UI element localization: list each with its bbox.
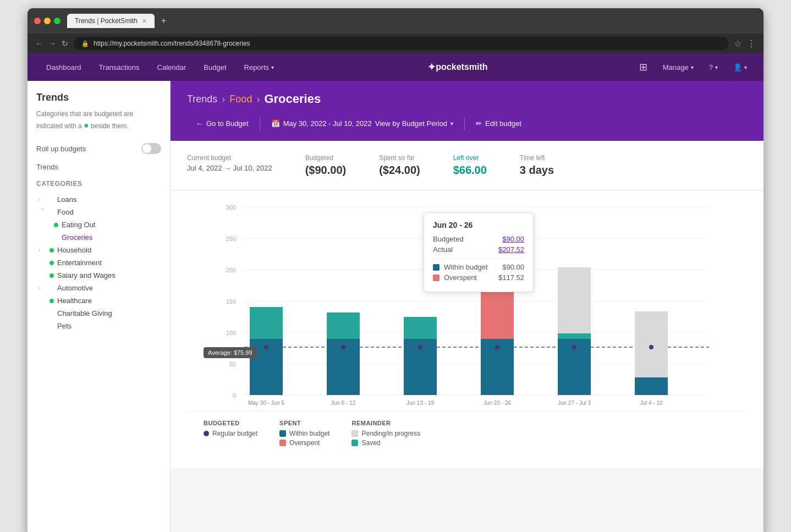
current-budget-item: Current budget Jul 4, 2022 → Jul 10, 202… — [187, 154, 272, 173]
manage-dropdown-icon: ▾ — [691, 64, 694, 70]
time-left-item: Time left 3 days — [520, 154, 554, 177]
within-budget-box — [433, 264, 440, 271]
sidebar-item-entertainment[interactable]: › Entertainment — [36, 256, 161, 269]
app-nav: Dashboard Transactions Calendar Budget R… — [28, 53, 763, 81]
traffic-lights — [34, 18, 61, 24]
sidebar-item-salary-wages[interactable]: › Salary and Wages — [36, 269, 161, 282]
notifications-button[interactable]: ⊞ — [634, 58, 653, 76]
url-bar[interactable]: 🔒 https://my.pocketsmith.com/trends/9348… — [74, 37, 728, 50]
within-budget-legend-box — [279, 430, 286, 437]
svg-text:Jul 4 - 10: Jul 4 - 10 — [640, 400, 663, 406]
roll-up-toggle[interactable] — [141, 143, 161, 154]
nav-links: Dashboard Transactions Calendar Budget R… — [39, 59, 282, 76]
help-button[interactable]: ? ▾ — [704, 60, 723, 75]
salary-dot — [50, 273, 54, 278]
nav-calendar[interactable]: Calendar — [150, 59, 194, 76]
close-button[interactable] — [34, 18, 41, 24]
sidebar-item-food[interactable]: › Food — [36, 206, 161, 218]
manage-button[interactable]: Manage ▾ — [657, 60, 699, 75]
nav-transactions[interactable]: Transactions — [91, 59, 147, 76]
tooltip-budgeted-value[interactable]: $90.00 — [502, 235, 524, 243]
svg-text:300: 300 — [226, 204, 236, 211]
help-dropdown-icon: ▾ — [715, 64, 718, 70]
go-to-budget-button[interactable]: ← Go to Budget — [187, 115, 257, 132]
overspent-legend-box — [279, 440, 286, 446]
bar5-saved — [558, 333, 591, 339]
food-children: Eating Out Groceries — [36, 218, 161, 244]
sidebar-item-charitable-giving[interactable]: › Charitable Giving — [36, 307, 161, 320]
tab-bar: Trends | PocketSmith ✕ + — [67, 14, 757, 28]
address-bar-row: ← → ↻ 🔒 https://my.pocketsmith.com/trend… — [28, 34, 763, 53]
average-label: Average: $75.99 — [204, 347, 257, 358]
breadcrumb-current: Groceries — [264, 92, 321, 106]
tab-close-button[interactable]: ✕ — [142, 18, 147, 25]
legend-budgeted-title: BUDGETED — [204, 420, 257, 426]
pending-legend-box — [351, 430, 358, 437]
chart-tooltip: Jun 20 - 26 Budgeted $90.00 Actual $207.… — [424, 212, 534, 292]
nav-budget[interactable]: Budget — [196, 59, 234, 76]
action-divider-2 — [464, 117, 465, 130]
new-tab-button[interactable]: + — [158, 15, 169, 27]
reports-dropdown-icon: ▾ — [271, 64, 274, 70]
svg-text:Jun 13 - 19: Jun 13 - 19 — [407, 400, 434, 406]
nav-reports[interactable]: Reports ▾ — [237, 59, 282, 76]
saved-legend-box — [351, 440, 358, 446]
sidebar-item-groceries[interactable]: Groceries — [52, 231, 161, 244]
date-range-button[interactable]: 📅 May 30, 2022 - Jul 10, 2022 View by Bu… — [262, 115, 462, 132]
legend-regular-budget: Regular budget — [204, 430, 257, 437]
tooltip-divider — [433, 258, 524, 259]
roll-up-label: Roll up budgets — [36, 145, 86, 153]
browser-titlebar: Trends | PocketSmith ✕ + — [28, 8, 763, 34]
legend-remainder: REMAINDER Pending/in progress Saved — [351, 420, 420, 448]
svg-text:100: 100 — [226, 330, 236, 336]
entertainment-dot — [50, 261, 54, 265]
bookmark-icon[interactable]: ☆ — [734, 39, 741, 49]
sidebar-item-pets[interactable]: › Pets — [36, 320, 161, 332]
household-dot — [50, 248, 54, 253]
user-button[interactable]: 👤 ▾ — [728, 60, 752, 75]
chart-legend: BUDGETED Regular budget SPENT Within bud… — [187, 410, 747, 457]
menu-icon[interactable]: ⋮ — [747, 39, 756, 49]
sidebar-item-loans[interactable]: › Loans — [36, 193, 161, 206]
bar6-dot — [649, 345, 653, 349]
svg-text:Jun 6 - 12: Jun 6 - 12 — [331, 400, 356, 406]
back-button[interactable]: ← — [35, 39, 43, 48]
forward-button[interactable]: → — [48, 39, 56, 48]
active-tab[interactable]: Trends | PocketSmith ✕ — [67, 14, 155, 28]
minimize-button[interactable] — [44, 18, 51, 24]
edit-budget-button[interactable]: ✏ Edit budget — [467, 115, 530, 132]
bar1-dot — [264, 345, 268, 349]
svg-text:50: 50 — [229, 361, 236, 368]
reload-button[interactable]: ↻ — [62, 39, 68, 48]
tooltip-actual-value[interactable]: $207.52 — [498, 245, 524, 254]
legend-spent: SPENT Within budget Overspent — [279, 420, 329, 448]
spent-value: ($24.00) — [379, 164, 420, 177]
sidebar-item-automotive[interactable]: › Automotive — [36, 282, 161, 294]
sidebar-item-healthcare[interactable]: › Healthcare — [36, 294, 161, 307]
tooltip-title: Jun 20 - 26 — [433, 221, 524, 229]
calendar-icon: 📅 — [271, 119, 280, 128]
maximize-button[interactable] — [54, 18, 61, 24]
sidebar: Trends Categories that are budgeted are … — [28, 81, 171, 532]
sidebar-trends-link[interactable]: Trends — [36, 163, 161, 171]
breadcrumb-sep-2: › — [256, 94, 260, 105]
breadcrumb-trends[interactable]: Trends — [187, 94, 217, 105]
edit-icon: ✏ — [476, 119, 482, 128]
leftover-label: Left over — [453, 154, 487, 162]
chevron-right-icon: › — [39, 196, 46, 202]
nav-dashboard[interactable]: Dashboard — [39, 59, 89, 76]
user-icon: 👤 — [733, 63, 742, 72]
action-bar: ← Go to Budget 📅 May 30, 2022 - Jul 10, … — [171, 115, 763, 141]
legend-within-budget: Within budget — [279, 430, 329, 437]
sidebar-item-eating-out[interactable]: Eating Out — [52, 218, 161, 231]
budget-date-range: Jul 4, 2022 → Jul 10, 2022 — [187, 164, 272, 172]
sidebar-item-household[interactable]: › Household — [36, 244, 161, 256]
svg-text:0: 0 — [233, 392, 236, 399]
legend-saved: Saved — [351, 439, 420, 447]
bar3-dot — [418, 345, 422, 349]
brand-logo: ✦ pocketsmith — [282, 61, 634, 73]
tooltip-budgeted-row: Budgeted $90.00 — [433, 235, 524, 243]
breadcrumb-food[interactable]: Food — [229, 94, 252, 105]
svg-text:200: 200 — [226, 267, 236, 273]
svg-text:Jun 20 - 26: Jun 20 - 26 — [484, 400, 511, 406]
